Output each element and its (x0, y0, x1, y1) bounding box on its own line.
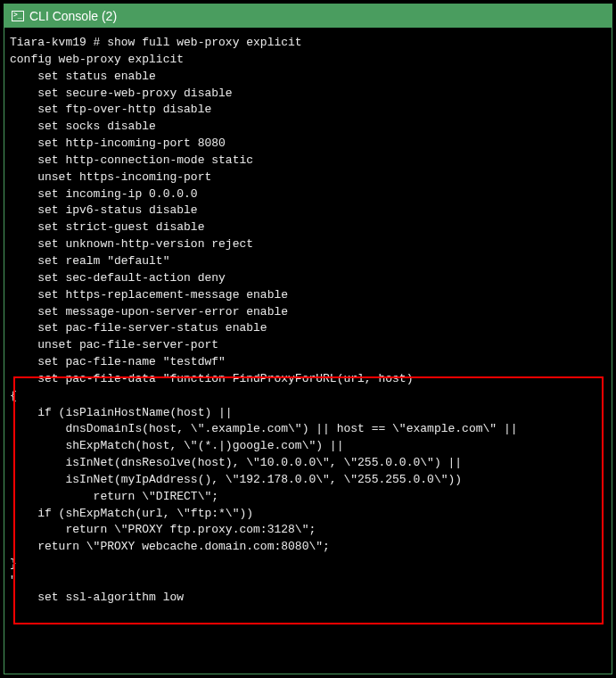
console-line: config web-proxy explicit (10, 52, 606, 69)
terminal-icon (12, 11, 24, 21)
console-line: set incoming-ip 0.0.0.0 (10, 186, 606, 203)
console-line: return \"PROXY ftp.proxy.com:3128\"; (10, 522, 606, 539)
console-line: set realm "default" (10, 253, 606, 270)
console-line: set strict-guest disable (10, 219, 606, 236)
console-line: shExpMatch(host, \"(*.|)google.com\") || (10, 438, 606, 455)
console-line: if (shExpMatch(url, \"ftp:*\")) (10, 506, 606, 523)
console-line: return \"PROXY webcache.domain.com:8080\… (10, 539, 606, 556)
console-line: set status enable (10, 69, 606, 86)
title-bar-label: CLI Console (2) (29, 9, 117, 23)
console-line: set http-connection-mode static (10, 153, 606, 170)
console-line: unset https-incoming-port (10, 170, 606, 186)
console-line: } (10, 556, 606, 573)
title-bar[interactable]: CLI Console (2) (4, 4, 612, 28)
console-line: set socks disable (10, 119, 606, 136)
console-body[interactable]: Tiara-kvm19 # show full web-proxy explic… (4, 28, 612, 672)
cli-console-window: CLI Console (2) Tiara-kvm19 # show full … (4, 4, 612, 674)
console-line: set ftp-over-http disable (10, 102, 606, 119)
console-line: return \"DIRECT\"; (10, 489, 606, 506)
console-line: " (10, 573, 606, 590)
console-line: isInNet(myIpAddress(), \"192.178.0.0\", … (10, 472, 606, 489)
console-line: Tiara-kvm19 # show full web-proxy explic… (10, 35, 606, 52)
console-line: set https-replacement-message enable (10, 287, 606, 304)
console-line: set pac-file-data "function FindProxyFor… (10, 371, 606, 388)
console-line: set ipv6-status disable (10, 203, 606, 219)
console-line: set sec-default-action deny (10, 270, 606, 287)
console-line: isInNet(dnsResolve(host), \"10.0.0.0\", … (10, 455, 606, 472)
console-line: dnsDomainIs(host, \".example.com\") || h… (10, 421, 606, 438)
console-line: set pac-file-name "testdwf" (10, 354, 606, 371)
console-line: { (10, 388, 606, 405)
console-line: set message-upon-server-error enable (10, 304, 606, 321)
console-line: set ssl-algorithm low (10, 590, 606, 607)
console-line: set unknown-http-version reject (10, 236, 606, 253)
console-line: set http-incoming-port 8080 (10, 136, 606, 153)
console-line: if (isPlainHostName(host) || (10, 405, 606, 422)
console-line: set secure-web-proxy disable (10, 86, 606, 103)
console-line: set pac-file-server-status enable (10, 320, 606, 337)
console-line: unset pac-file-server-port (10, 337, 606, 354)
